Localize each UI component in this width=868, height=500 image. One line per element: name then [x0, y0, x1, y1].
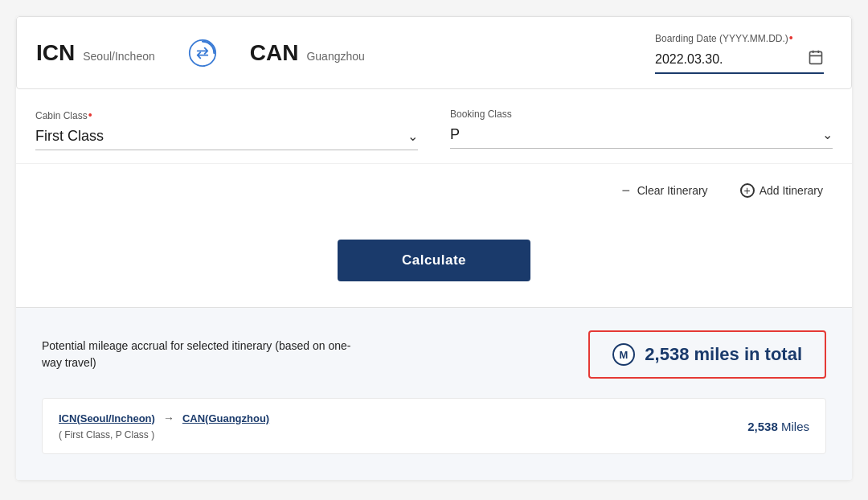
calendar-icon[interactable]: [808, 49, 824, 69]
plus-icon: +: [740, 183, 755, 198]
miles-total-text: 2,538 miles in total: [645, 344, 802, 365]
dest-code: CAN: [250, 40, 299, 66]
cabin-class-value: First Class: [35, 128, 407, 145]
calculate-button[interactable]: Calculate: [338, 240, 530, 281]
clear-itinerary-label: Clear Itinerary: [637, 184, 708, 197]
swap-icon[interactable]: [187, 38, 218, 68]
miles-badge: M 2,538 miles in total: [588, 330, 826, 379]
route-info: ICN(Seoul/Incheon) → CAN(Guangzhou) ( Fi…: [59, 412, 269, 441]
route-to[interactable]: CAN(Guangzhou): [182, 412, 269, 424]
date-input-row[interactable]: 2022.03.30.: [655, 49, 824, 74]
booking-chevron-icon: ⌄: [822, 127, 833, 142]
results-section: Potential mileage accrual for selected i…: [16, 307, 852, 480]
cabin-chevron-icon: ⌄: [407, 129, 418, 144]
route-from[interactable]: ICN(Seoul/Incheon): [59, 412, 155, 424]
add-itinerary-label: Add Itinerary: [760, 184, 823, 197]
dest-name: Guangzhou: [306, 50, 364, 63]
flight-dest: CAN Guangzhou: [250, 40, 365, 66]
cabin-class-group: Cabin Class• First Class ⌄: [35, 109, 418, 150]
itinerary-result-row: ICN(Seoul/Incheon) → CAN(Guangzhou) ( Fi…: [42, 398, 826, 454]
date-value: 2022.03.30.: [655, 52, 808, 67]
flight-header: ICN Seoul/Incheon CAN Guangzhou Boarding…: [16, 16, 852, 89]
svg-point-0: [190, 39, 215, 65]
cabin-class-select[interactable]: First Class ⌄: [35, 128, 418, 150]
date-label: Boarding Date (YYYY.MM.DD.)•: [655, 31, 793, 44]
svg-text:M: M: [620, 349, 628, 361]
results-description: Potential mileage accrual for selected i…: [42, 338, 363, 371]
booking-class-label: Booking Class: [450, 109, 833, 120]
cabin-section: Cabin Class• First Class ⌄ Booking Class…: [16, 89, 852, 164]
cabin-required-dot: •: [88, 109, 92, 121]
itinerary-actions: − Clear Itinerary + Add Itinerary: [16, 164, 852, 217]
route-arrow-icon: →: [163, 412, 174, 424]
svg-rect-1: [810, 51, 822, 64]
required-dot: •: [789, 31, 793, 44]
results-header: Potential mileage accrual for selected i…: [42, 330, 826, 379]
miles-unit: Miles: [781, 420, 809, 433]
route-miles: 2,538 Miles: [747, 420, 809, 433]
booking-class-select[interactable]: P ⌄: [450, 126, 833, 149]
calculate-section: Calculate: [16, 217, 852, 307]
booking-class-group: Booking Class P ⌄: [450, 109, 833, 150]
clear-itinerary-button[interactable]: − Clear Itinerary: [610, 178, 718, 203]
main-container: ICN Seoul/Incheon CAN Guangzhou Boarding…: [16, 16, 852, 480]
route-airports: ICN(Seoul/Incheon) → CAN(Guangzhou): [59, 412, 269, 424]
booking-class-value: P: [450, 126, 822, 143]
origin-code: ICN: [36, 40, 75, 66]
miles-logo-icon: M: [612, 343, 635, 366]
cabin-class-label: Cabin Class•: [35, 109, 418, 121]
route-class: ( First Class, P Class ): [59, 429, 269, 441]
origin-name: Seoul/Incheon: [83, 50, 155, 63]
add-itinerary-button[interactable]: + Add Itinerary: [731, 177, 833, 204]
date-section: Boarding Date (YYYY.MM.DD.)• 2022.03.30.: [655, 31, 832, 74]
minus-icon: −: [620, 184, 633, 197]
flight-origin: ICN Seoul/Incheon: [36, 40, 155, 66]
